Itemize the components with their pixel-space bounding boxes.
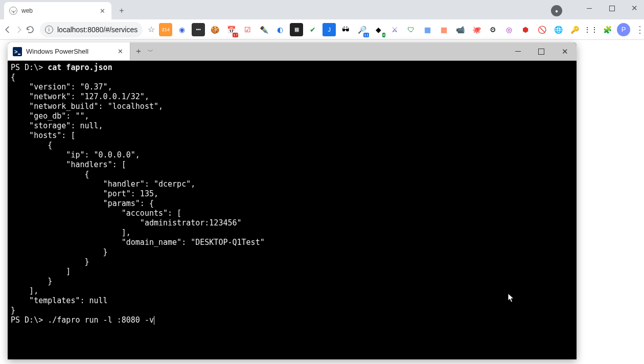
address-text: localhost:8080/#/services (57, 26, 137, 34)
extension-icon[interactable]: ⚙ (486, 23, 499, 36)
chrome-new-tab-button[interactable]: + (114, 4, 129, 18)
extension-icon[interactable]: ◎ (502, 23, 516, 36)
terminal-window-controls: ✕ (506, 42, 577, 60)
extensions-menu-icon[interactable]: 🧩 (601, 23, 614, 36)
extension-icon[interactable]: ••• (192, 23, 205, 36)
terminal-tab-close-icon[interactable]: ✕ (116, 47, 125, 56)
terminal-body[interactable]: PS D:\> cat fapro.json { "version": "0.3… (8, 61, 577, 359)
extension-icon[interactable]: 🚫 (535, 23, 548, 36)
terminal-minimize-button[interactable] (506, 42, 530, 60)
terminal-tab[interactable]: Windows PowerShell ✕ (8, 42, 130, 60)
extension-icon[interactable]: ◉ (175, 23, 189, 36)
extension-icon[interactable]: ▦ (290, 23, 303, 36)
extension-icon[interactable]: ☑ (241, 23, 254, 36)
chrome-account-icon[interactable]: ● (551, 5, 562, 16)
extension-icon[interactable]: ✒️ (257, 23, 270, 36)
terminal-titlebar[interactable]: Windows PowerShell ✕ ＋ ﹀ ✕ (8, 42, 577, 61)
chrome-close-button[interactable]: ✕ (627, 2, 642, 14)
chrome-menu-button[interactable]: ⋮ (633, 24, 644, 35)
address-bar[interactable]: i localhost:8080/#/services (40, 22, 143, 37)
extension-icon[interactable]: ◐ (273, 23, 287, 36)
extension-icon[interactable]: ◆4 (372, 23, 385, 36)
chrome-tab-close-icon[interactable]: ✕ (98, 7, 106, 15)
mouse-cursor-icon (480, 283, 487, 293)
terminal-output: { "version": "0.37", "network": "127.0.0… (11, 73, 265, 315)
terminal-command: ./fapro run -l :8080 -v (48, 315, 154, 325)
profile-avatar[interactable]: P (617, 23, 630, 36)
extension-icon[interactable]: ⚔ (388, 23, 401, 36)
extension-icon[interactable]: 🛡 (404, 23, 418, 36)
extension-icon[interactable]: ▦ (437, 23, 450, 36)
site-info-icon[interactable]: i (45, 26, 53, 34)
terminal-prompt: PS D:\> (11, 315, 48, 325)
extension-icon[interactable]: 214 (159, 23, 172, 36)
extensions-row: 214 ◉ ••• 🍪 📅17 ☑ ✒️ ◐ ▦ ✔ J 🕶 🔎11 ◆4 ⚔ … (159, 23, 644, 36)
chrome-tab-title: web (21, 7, 98, 14)
extension-icon[interactable]: ▦ (421, 23, 434, 36)
globe-icon (9, 7, 17, 15)
extension-icon[interactable]: ⬢ (519, 23, 532, 36)
chrome-window-controls: ● ✕ (582, 2, 642, 14)
extension-icon[interactable]: ⋮⋮ (584, 23, 597, 36)
terminal-close-button[interactable]: ✕ (553, 42, 577, 60)
extension-icon[interactable]: 🍪 (208, 23, 221, 36)
bookmark-star-icon[interactable]: ☆ (148, 25, 155, 34)
extension-icon[interactable]: 🕶 (339, 23, 352, 36)
terminal-prompt: PS D:\> (11, 63, 48, 72)
extension-icon[interactable]: J (323, 23, 336, 36)
terminal-cursor (154, 316, 155, 325)
terminal-maximize-button[interactable] (530, 42, 553, 60)
terminal-dropdown-icon[interactable]: ﹀ (148, 48, 153, 55)
terminal-new-tab-button[interactable]: ＋ (134, 46, 143, 57)
extension-icon[interactable]: 🔎11 (355, 23, 369, 36)
reload-button[interactable] (26, 21, 35, 38)
powershell-icon (13, 47, 22, 56)
extension-icon[interactable]: 🐙 (470, 23, 483, 36)
extension-icon[interactable]: 📹 (453, 23, 467, 36)
forward-button[interactable] (14, 21, 24, 38)
extension-icon[interactable]: 🔑 (568, 23, 581, 36)
extension-icon[interactable]: ✔ (306, 23, 319, 36)
back-button[interactable] (3, 21, 12, 38)
chrome-maximize-button[interactable] (604, 2, 619, 14)
terminal-tab-actions: ＋ ﹀ (130, 42, 157, 60)
extension-icon[interactable]: 📅17 (224, 23, 238, 36)
chrome-minimize-button[interactable] (582, 2, 597, 14)
terminal-window: Windows PowerShell ✕ ＋ ﹀ ✕ PS D:\> cat f… (8, 42, 577, 359)
chrome-tab[interactable]: web ✕ (4, 2, 111, 19)
terminal-command: cat fapro.json (48, 63, 112, 72)
chrome-toolbar: i localhost:8080/#/services ☆ 214 ◉ ••• … (0, 19, 644, 40)
chrome-titlebar: web ✕ + ● ✕ (0, 0, 644, 19)
extension-icon[interactable]: 🌐 (551, 23, 565, 36)
terminal-tab-title: Windows PowerShell (26, 48, 111, 55)
